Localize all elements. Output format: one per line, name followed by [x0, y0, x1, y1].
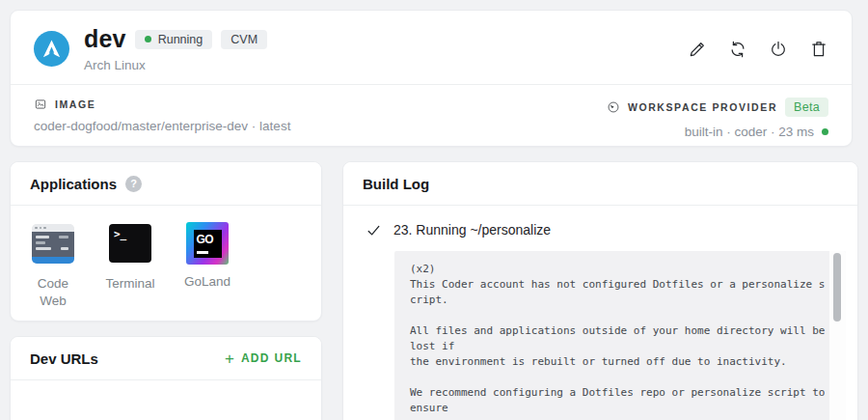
- image-icon: [34, 98, 47, 111]
- add-url-label: ADD URL: [241, 351, 302, 365]
- title-block: dev Running CVM Arch Linux: [84, 25, 267, 72]
- applications-header: Applications ?: [11, 162, 321, 206]
- code-web-icon: [32, 224, 74, 266]
- image-value: coder-dogfood/master/enterprise-dev · la…: [34, 119, 290, 133]
- dev-urls-card: Dev URLs + ADD URL: [10, 336, 322, 420]
- meta-row: IMAGE coder-dogfood/master/enterprise-de…: [11, 85, 852, 147]
- rebuild-button[interactable]: [728, 40, 747, 59]
- status-badge-label: Running: [158, 33, 203, 46]
- arch-linux-glyph: [41, 38, 63, 60]
- app-label: Code Web: [26, 275, 80, 309]
- app-goland[interactable]: GO GoLand: [180, 222, 234, 309]
- add-url-button[interactable]: + ADD URL: [225, 350, 302, 367]
- provider-globe-icon: [607, 100, 620, 114]
- dev-urls-title: Dev URLs: [30, 350, 98, 367]
- image-label: IMAGE: [55, 98, 95, 110]
- help-icon[interactable]: ?: [125, 176, 142, 192]
- dev-urls-header: Dev URLs + ADD URL: [11, 337, 321, 380]
- workspace-header-card: dev Running CVM Arch Linux: [10, 10, 853, 147]
- log-output-text: (x2) This Coder account has not configur…: [394, 251, 828, 420]
- workspace-title: dev: [84, 25, 126, 53]
- power-icon: [769, 40, 788, 59]
- app-label: GoLand: [180, 273, 234, 291]
- provider-value-row: built-in · coder · 23 ms: [607, 125, 828, 139]
- build-log-title: Build Log: [363, 176, 429, 192]
- goland-underline: [197, 251, 208, 254]
- provider-label: WORKSPACE PROVIDER: [628, 101, 777, 113]
- checkmark-icon: [366, 223, 381, 238]
- build-log-card: Build Log 23. Running ~/personalize (x2)…: [342, 161, 858, 420]
- app-label: Terminal: [103, 275, 157, 293]
- terminal-prompt-glyph: >_: [109, 224, 151, 263]
- applications-list: Code Web >_ Terminal GO GoLand: [11, 206, 321, 322]
- app-terminal[interactable]: >_ Terminal: [103, 222, 157, 309]
- log-scrollbar-thumb[interactable]: [833, 253, 841, 322]
- build-log-header: Build Log: [343, 162, 857, 206]
- applications-title: Applications: [30, 176, 117, 192]
- workspace-actions: [688, 40, 828, 59]
- edit-button[interactable]: [688, 40, 707, 59]
- status-dot-icon: [145, 36, 151, 42]
- workspace-header-row: dev Running CVM Arch Linux: [11, 11, 852, 84]
- provider-label-row: WORKSPACE PROVIDER Beta: [607, 98, 828, 117]
- image-meta: IMAGE coder-dogfood/master/enterprise-de…: [34, 98, 290, 139]
- trash-icon: [809, 40, 828, 59]
- log-scrollbar-track: [829, 251, 846, 420]
- log-output-panel: (x2) This Coder account has not configur…: [394, 251, 846, 420]
- goland-go-glyph: GO: [197, 233, 214, 246]
- power-off-button[interactable]: [769, 40, 788, 59]
- image-label-row: IMAGE: [34, 98, 290, 111]
- plus-icon: +: [225, 350, 234, 367]
- build-step-label: 23. Running ~/personalize: [393, 222, 551, 238]
- goland-icon: GO: [186, 222, 229, 265]
- workspace-subtitle: Arch Linux: [84, 58, 267, 72]
- status-badge: Running: [135, 30, 213, 49]
- beta-badge: Beta: [785, 98, 828, 117]
- arch-linux-logo-icon: [34, 31, 69, 67]
- delete-button[interactable]: [809, 40, 828, 59]
- applications-card: Applications ? Code Web: [10, 161, 322, 322]
- build-step-row[interactable]: 23. Running ~/personalize: [343, 206, 857, 247]
- terminal-icon: >_: [109, 224, 151, 266]
- cvm-badge: CVM: [221, 30, 267, 49]
- provider-value: built-in · coder · 23 ms: [685, 125, 814, 139]
- refresh-icon: [728, 40, 747, 59]
- provider-health-dot-icon: [822, 128, 828, 135]
- pencil-icon: [688, 40, 707, 59]
- provider-meta: WORKSPACE PROVIDER Beta built-in · coder…: [607, 98, 828, 139]
- app-code-web[interactable]: Code Web: [26, 222, 80, 309]
